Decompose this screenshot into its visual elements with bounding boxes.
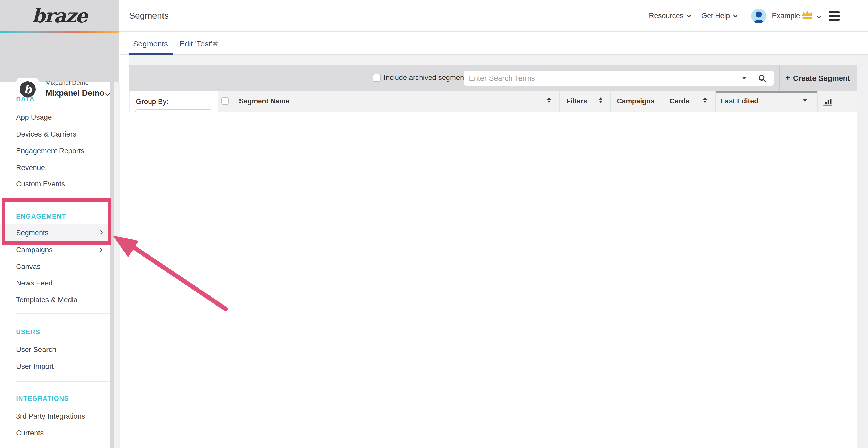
sidebar-item-label: Segments — [16, 229, 49, 237]
sidebar-divider — [16, 381, 110, 382]
sidebar-item-user-import[interactable]: User Import — [0, 358, 110, 375]
sidebar-divider — [16, 313, 110, 314]
chevron-down-icon — [105, 91, 110, 96]
create-segment-button[interactable]: +Create Segment — [785, 65, 850, 91]
search-dropdown-caret-icon[interactable] — [742, 77, 747, 79]
column-divider — [664, 91, 664, 112]
column-header-segment-name[interactable]: Segment Name — [239, 91, 289, 112]
get-help-menu[interactable]: Get Help — [702, 0, 737, 31]
page-right-gutter — [857, 55, 868, 448]
braze-logo: braze — [0, 0, 119, 32]
sidebar-item-label: Campaigns — [16, 246, 53, 254]
tab-edit-test[interactable]: Edit 'Test' — [180, 36, 212, 52]
resources-menu[interactable]: Resources — [649, 0, 690, 31]
analytics-column-icon[interactable] — [823, 97, 833, 106]
chevron-right-icon — [98, 230, 102, 235]
brand-gradient-divider — [0, 32, 119, 33]
sidebar-item-app-usage[interactable]: App Usage — [0, 109, 110, 126]
workspace-switcher[interactable]: b Mixpanel Demo Mixpanel Demo — [0, 33, 119, 82]
group-by-panel-border — [129, 112, 218, 446]
include-archived-label: Include archived segments — [383, 65, 470, 91]
user-name: Example — [772, 12, 800, 20]
column-header-filters[interactable]: Filters — [566, 91, 587, 112]
column-divider — [817, 91, 817, 112]
column-header-campaigns[interactable]: Campaigns — [617, 91, 655, 112]
workspace-label: Mixpanel Demo — [45, 79, 89, 87]
column-header-cards[interactable]: Cards — [670, 91, 689, 112]
sidebar-scroll-gutter — [114, 82, 120, 448]
user-avatar[interactable] — [751, 8, 766, 24]
sidebar-item-segments[interactable]: Segments — [0, 224, 110, 242]
sort-icon[interactable] — [703, 97, 707, 105]
column-divider — [559, 91, 560, 112]
toolbar-divider — [779, 65, 780, 91]
sidebar-item-user-search[interactable]: User Search — [0, 341, 110, 358]
search-input[interactable] — [469, 71, 727, 85]
sidebar-scrollbar[interactable] — [110, 82, 114, 448]
column-divider — [610, 91, 611, 112]
active-tab-underline — [129, 53, 173, 55]
page-title: Segments — [129, 0, 169, 31]
topbar-divider — [119, 31, 868, 32]
sidebar-item-news-feed[interactable]: News Feed — [0, 275, 110, 291]
column-divider — [232, 91, 232, 112]
column-divider — [836, 91, 836, 112]
column-divider — [715, 91, 716, 112]
sidebar-section-users: USERS — [16, 325, 101, 339]
create-segment-label: Create Segment — [793, 74, 850, 82]
resources-label: Resources — [649, 12, 684, 20]
sort-desc-icon[interactable] — [803, 99, 807, 102]
sidebar-item-currents[interactable]: Currents — [0, 425, 110, 441]
sort-icon[interactable] — [599, 97, 602, 105]
chevron-down-icon — [733, 13, 738, 17]
sidebar-section-engagement: ENGAGEMENT — [16, 209, 101, 223]
tab-segments[interactable]: Segments — [133, 36, 168, 52]
person-icon — [751, 8, 766, 24]
sidebar-item-revenue[interactable]: Revenue — [0, 160, 110, 176]
hamburger-menu-icon[interactable] — [829, 11, 840, 21]
sidebar-item-custom-events[interactable]: Custom Events — [0, 176, 110, 192]
user-menu[interactable]: Example — [772, 0, 800, 31]
table-bottom-border — [129, 446, 857, 446]
sidebar-item-templates-media[interactable]: Templates & Media — [0, 291, 110, 308]
column-header-last-edited[interactable]: Last Edited — [721, 91, 758, 112]
select-all-checkbox[interactable] — [221, 97, 228, 105]
include-archived-checkbox[interactable] — [373, 74, 380, 81]
plus-icon: + — [785, 73, 790, 82]
sidebar-section-integrations: INTEGRATIONS — [16, 391, 101, 406]
crown-icon — [801, 9, 813, 21]
sidebar-item-devices-carriers[interactable]: Devices & Carriers — [0, 126, 110, 142]
chevron-down-icon[interactable] — [816, 14, 821, 18]
get-help-label: Get Help — [702, 12, 730, 20]
search-icon[interactable] — [758, 74, 767, 83]
braze-logo-text: braze — [32, 5, 87, 27]
group-by-label: Group By: — [136, 98, 168, 106]
table-header — [218, 91, 857, 112]
sidebar-item-canvas[interactable]: Canvas — [0, 258, 110, 275]
chevron-down-icon — [686, 13, 691, 17]
sidebar-item-3rd-party-integrations[interactable]: 3rd Party Integrations — [0, 408, 110, 424]
table-body-empty — [129, 112, 857, 446]
sidebar-section-data: DATA — [16, 92, 101, 106]
sidebar-item-engagement-reports[interactable]: Engagement Reports — [0, 143, 110, 159]
close-icon[interactable]: ✖ — [212, 36, 218, 52]
sort-icon[interactable] — [547, 97, 551, 105]
chevron-right-icon — [98, 247, 102, 252]
sidebar-item-campaigns[interactable]: Campaigns — [0, 242, 110, 258]
